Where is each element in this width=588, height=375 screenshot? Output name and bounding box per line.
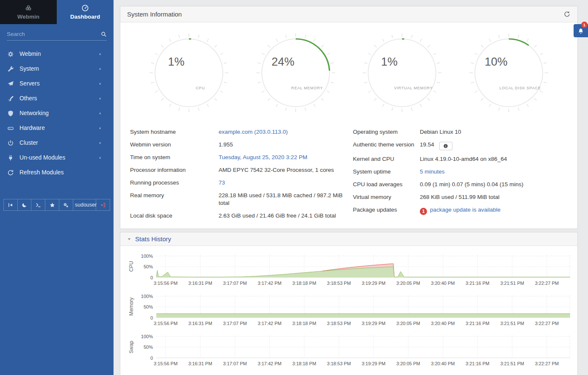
info-value: Debian Linux 10 bbox=[420, 129, 461, 135]
info-value: AMD EPYC 7542 32-Core Processor, 1 cores bbox=[219, 167, 334, 173]
favorites-button[interactable] bbox=[45, 199, 59, 211]
y-tick-label: 0 bbox=[150, 275, 153, 280]
stats-history-panel: Stats History CPU100%50%03:15:56 PM3:16:… bbox=[120, 232, 578, 375]
info-row: System hostnameexample.com (203.0.113.0) bbox=[130, 128, 344, 136]
search-input[interactable] bbox=[7, 31, 101, 37]
gauge-percent: 1% bbox=[168, 55, 184, 68]
tab-webmin[interactable]: Webmin bbox=[0, 0, 57, 24]
x-tick-label: 3:20:05 PM bbox=[396, 321, 420, 326]
caret-left-icon bbox=[98, 156, 102, 160]
search-icon[interactable] bbox=[101, 31, 107, 37]
info-value-link[interactable]: 5 minutes bbox=[420, 168, 445, 175]
x-tick-label: 3:17:07 PM bbox=[223, 321, 247, 326]
night-mode-button[interactable] bbox=[18, 199, 32, 211]
gauge-virtual-memory: 1%VIRTUAL MEMORY bbox=[362, 33, 442, 113]
sidebar-item-cluster[interactable]: Cluster bbox=[0, 135, 114, 150]
user-button[interactable]: sudouser bbox=[73, 199, 97, 211]
info-value: 0.09 (1 min) 0.07 (5 mins) 0.04 (15 mins… bbox=[420, 181, 524, 188]
gauge-percent: 10% bbox=[485, 55, 508, 68]
sidebar-item-label: System bbox=[19, 66, 39, 72]
y-tick-label: 50% bbox=[144, 264, 153, 269]
paper-plane-icon bbox=[7, 80, 14, 87]
caret-left-icon bbox=[98, 141, 102, 145]
info-label: Virtual memory bbox=[353, 193, 420, 201]
info-row: Real memory228.18 MiB used / 531.8 MiB c… bbox=[130, 192, 344, 207]
x-tick-label: 3:16:31 PM bbox=[189, 281, 212, 286]
info-value: Linux 4.19.0-10-amd64 on x86_64 bbox=[420, 156, 507, 162]
sidebar-item-networking[interactable]: Networking bbox=[0, 106, 114, 121]
chart-memory: Memory100%50%03:15:56 PM3:16:31 PM3:17:0… bbox=[120, 295, 577, 336]
x-tick-label: 3:21:16 PM bbox=[466, 281, 489, 286]
info-row: Local disk space2.63 GiB used / 21.46 Gi… bbox=[130, 212, 344, 220]
sidebar-item-others[interactable]: Others bbox=[0, 91, 114, 106]
info-value-link[interactable]: 73 bbox=[219, 179, 225, 186]
stats-history-title: Stats History bbox=[135, 235, 171, 243]
sidebar-item-label: Cluster bbox=[19, 140, 38, 146]
info-value-link[interactable]: Tuesday, August 25, 2020 3:22 PM bbox=[219, 154, 307, 160]
sidebar-item-servers[interactable]: Servers bbox=[0, 76, 114, 91]
info-label: Time on system bbox=[130, 154, 219, 161]
theme-info-button[interactable] bbox=[439, 142, 452, 150]
theme-settings-button[interactable] bbox=[59, 199, 73, 211]
x-tick-label: 3:18:53 PM bbox=[327, 361, 351, 366]
sidebar-item-unused-modules[interactable]: Un-used Modules bbox=[0, 150, 114, 165]
sidebar-item-label: Servers bbox=[19, 80, 40, 87]
caret-left-icon bbox=[98, 82, 102, 85]
gauge-percent: 1% bbox=[381, 55, 398, 68]
system-information-header: System Information bbox=[120, 6, 577, 22]
wrench-icon bbox=[7, 66, 14, 72]
x-tick-label: 3:22:27 PM bbox=[535, 281, 559, 286]
x-tick-label: 3:21:51 PM bbox=[500, 361, 524, 366]
info-label: Running processes bbox=[130, 179, 219, 187]
webmin-logo-icon bbox=[25, 4, 32, 12]
tab-webmin-label: Webmin bbox=[17, 14, 39, 20]
caret-left-icon bbox=[98, 97, 102, 100]
tab-dashboard[interactable]: Dashboard bbox=[57, 0, 114, 24]
notifications-tab[interactable]: 1 bbox=[574, 24, 588, 37]
stats-history-header[interactable]: Stats History bbox=[120, 232, 577, 246]
collapse-sidebar-button[interactable] bbox=[3, 199, 18, 211]
gauge-label: LOCAL DISK SPACE bbox=[499, 86, 541, 90]
x-tick-label: 3:20:40 PM bbox=[431, 321, 455, 326]
x-tick-label: 3:20:05 PM bbox=[396, 281, 420, 286]
sidebar-tabs: Webmin Dashboard bbox=[0, 0, 114, 24]
caret-left-icon bbox=[98, 67, 102, 71]
y-tick-label: 50% bbox=[144, 345, 153, 350]
x-tick-label: 3:21:51 PM bbox=[500, 321, 524, 326]
x-tick-label: 3:16:31 PM bbox=[189, 321, 212, 326]
y-tick-label: 100% bbox=[141, 254, 153, 259]
info-label: Authentic theme version bbox=[353, 141, 420, 150]
sidebar-search bbox=[7, 31, 107, 41]
x-tick-label: 3:20:40 PM bbox=[431, 361, 455, 366]
system-info-table: System hostnameexample.com (203.0.113.0)… bbox=[120, 113, 577, 225]
y-tick-label: 100% bbox=[141, 334, 153, 339]
package-updates-badge: 1 bbox=[420, 208, 427, 215]
username-label: sudouser bbox=[75, 202, 97, 208]
info-value-link[interactable]: package update is available bbox=[430, 207, 501, 213]
info-label: Webmin version bbox=[130, 141, 219, 149]
x-tick-label: 3:21:51 PM bbox=[500, 281, 524, 286]
info-value: 19.54 bbox=[420, 141, 434, 148]
x-tick-label: 3:15:56 PM bbox=[154, 281, 178, 286]
refresh-panel-button[interactable] bbox=[563, 11, 571, 18]
info-label: Package updates bbox=[353, 206, 420, 215]
info-label: Operating system bbox=[353, 128, 420, 136]
system-info-right-column: Operating systemDebian Linux 10Authentic… bbox=[353, 128, 566, 225]
caret-left-icon bbox=[98, 52, 102, 56]
sidebar-item-system[interactable]: System bbox=[0, 61, 114, 76]
sidebar-item-refresh-modules[interactable]: Refresh Modules bbox=[0, 165, 114, 180]
caret-down-icon bbox=[127, 237, 131, 241]
logout-button[interactable] bbox=[96, 199, 110, 211]
terminal-button[interactable] bbox=[31, 199, 45, 211]
gauges: 1%CPU24%REAL MEMORY1%VIRTUAL MEMORY10%LO… bbox=[120, 22, 577, 113]
sidebar-item-label: Refresh Modules bbox=[19, 169, 64, 176]
x-tick-label: 3:18:53 PM bbox=[327, 321, 351, 326]
info-label: System uptime bbox=[353, 168, 420, 176]
sidebar-item-hardware[interactable]: Hardware bbox=[0, 121, 114, 135]
sidebar-item-webmin[interactable]: Webmin bbox=[0, 47, 114, 61]
x-tick-label: 3:22:27 PM bbox=[535, 321, 559, 326]
collapse-icon bbox=[8, 202, 13, 208]
x-tick-label: 3:17:07 PM bbox=[223, 361, 247, 366]
info-value-link[interactable]: example.com (203.0.113.0) bbox=[219, 129, 288, 135]
caret-left-icon bbox=[98, 127, 102, 130]
